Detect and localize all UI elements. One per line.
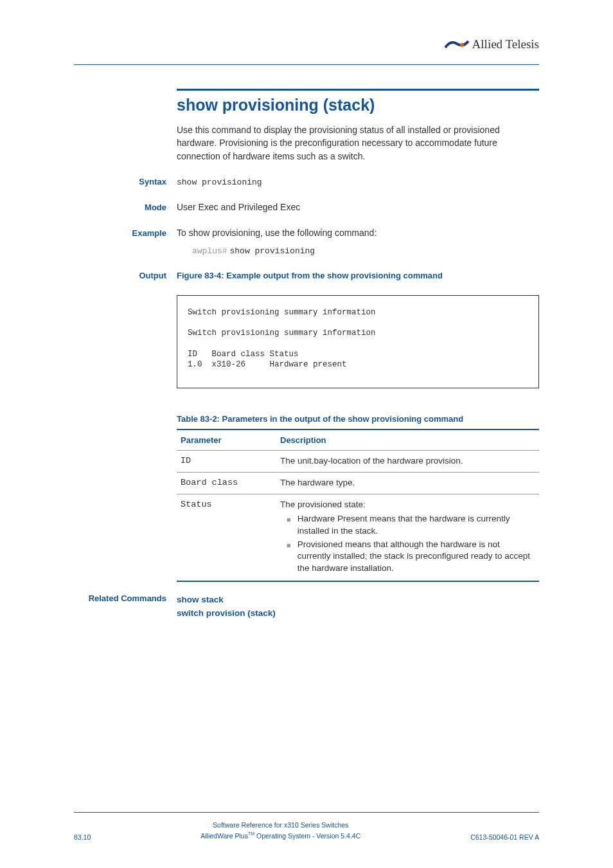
- footer-product-a: AlliedWare Plus: [200, 831, 248, 839]
- related-commands: Related Commands show stack switch provi…: [177, 593, 539, 620]
- desc-cell: The hardware type.: [276, 473, 539, 494]
- param-cell: Status: [177, 494, 276, 581]
- status-intro: The provisioned state:: [280, 499, 535, 511]
- bullet-item: ■ Hardware Present means that the hardwa…: [280, 513, 535, 538]
- table-row: Status The provisioned state: ■ Hardware…: [177, 494, 539, 581]
- mode-label: Mode: [74, 203, 177, 212]
- table-row: ID The unit.bay-location of the hardware…: [177, 451, 539, 473]
- bullet-icon: ■: [287, 541, 291, 575]
- page-footer: 83.10 Software Reference for x310 Series…: [74, 812, 539, 841]
- table-caption: Table 83-2: Parameters in the output of …: [177, 414, 539, 424]
- output-label: Output: [74, 271, 177, 280]
- mode-value: User Exec and Privileged Exec: [177, 201, 539, 214]
- param-cell: Board class: [177, 473, 276, 494]
- desc-cell: The unit.bay-location of the hardware pr…: [276, 451, 539, 473]
- intro-paragraph: Use this command to display the provisio…: [177, 123, 539, 163]
- table-header-param: Parameter: [177, 429, 276, 451]
- table-header-desc: Description: [276, 429, 539, 451]
- figure-caption: Figure 83-4: Example output from the sho…: [177, 270, 539, 282]
- logo-text: Allied Telesis: [472, 37, 539, 51]
- example-label: Example: [74, 228, 177, 238]
- example-text: To show provisioning, use the following …: [177, 227, 539, 240]
- output-box: Switch provisioning summary information …: [177, 295, 539, 389]
- logo-swoosh-icon: [444, 39, 470, 50]
- example-command: show provisioning: [230, 246, 315, 256]
- related-link[interactable]: show stack: [177, 593, 276, 606]
- title-rule: [177, 89, 539, 91]
- footer-page-number: 83.10: [74, 833, 91, 841]
- related-label: Related Commands: [74, 593, 177, 620]
- param-cell: ID: [177, 451, 276, 473]
- table-row: Board class The hardware type.: [177, 473, 539, 494]
- footer-title: Software Reference for x310 Series Switc…: [200, 820, 360, 831]
- example-prompt: awplus#: [192, 246, 227, 256]
- footer-tm: TM: [248, 831, 254, 836]
- footer-product-b: Operating System - Version 5.4.4C: [254, 831, 360, 839]
- brand-logo: Allied Telesis: [444, 37, 539, 51]
- bullet-text: Provisioned means that although the hard…: [298, 539, 535, 575]
- example-row: Example To show provisioning, use the fo…: [177, 227, 539, 258]
- bullet-icon: ■: [287, 515, 291, 538]
- output-row: Output Figure 83-4: Example output from …: [177, 270, 539, 288]
- svg-point-0: [460, 43, 464, 47]
- syntax-value: show provisioning: [177, 177, 539, 188]
- footer-center: Software Reference for x310 Series Switc…: [200, 820, 360, 841]
- syntax-row: Syntax show provisioning: [177, 177, 539, 188]
- bullet-item: ■ Provisioned means that although the ha…: [280, 539, 535, 575]
- syntax-label: Syntax: [74, 177, 177, 186]
- related-link[interactable]: switch provision (stack): [177, 607, 276, 620]
- header-rule: [74, 64, 539, 65]
- mode-row: Mode User Exec and Privileged Exec: [177, 201, 539, 214]
- footer-rule: [74, 812, 539, 813]
- parameter-table: Parameter Description ID The unit.bay-lo…: [177, 429, 539, 582]
- page-title: show provisioning (stack): [177, 96, 539, 114]
- footer-doc-id: C613-50046-01 REV A: [470, 833, 539, 841]
- bullet-text: Hardware Present means that the hardware…: [298, 513, 535, 538]
- desc-cell: The provisioned state: ■ Hardware Presen…: [276, 494, 539, 581]
